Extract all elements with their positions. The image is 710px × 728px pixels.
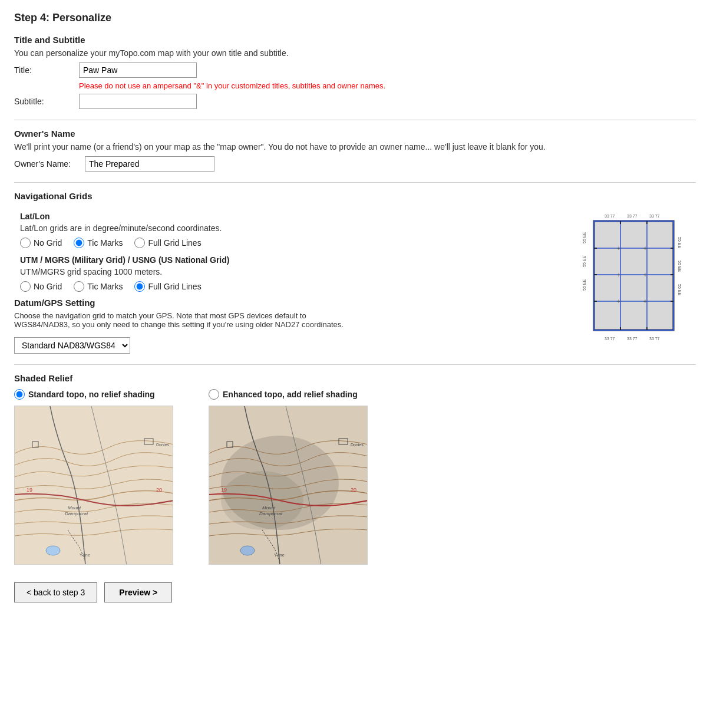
svg-text:33 77: 33 77 xyxy=(649,337,660,341)
utm-tic-marks-label: Tic Marks xyxy=(87,282,123,291)
owner-name-label: Owner's Name: xyxy=(14,159,85,169)
nav-grids-heading: Navigational Grids xyxy=(14,191,696,201)
svg-text:55 EE: 55 EE xyxy=(582,232,586,243)
svg-text:Mount: Mount xyxy=(262,505,276,510)
svg-text:Donies: Donies xyxy=(156,443,169,447)
svg-text:55 EE: 55 EE xyxy=(582,279,586,291)
latlon-tic-marks-label: Tic Marks xyxy=(87,238,123,248)
utm-full-grid-label: Full Grid Lines xyxy=(148,282,201,291)
svg-text:20: 20 xyxy=(351,487,356,493)
svg-point-47 xyxy=(221,471,303,530)
title-field-row: Title: xyxy=(14,62,696,78)
svg-text:33 77: 33 77 xyxy=(605,337,615,341)
datum-heading: Datum/GPS Setting xyxy=(14,298,560,308)
svg-text:Dampocrat: Dampocrat xyxy=(65,511,88,516)
latlon-heading: Lat/Lon xyxy=(20,212,560,221)
svg-text:Dampocrat: Dampocrat xyxy=(259,511,283,516)
svg-text:Y-tine: Y-tine xyxy=(80,553,90,557)
standard-relief-radio[interactable] xyxy=(14,389,25,400)
svg-text:55 EE: 55 EE xyxy=(678,261,682,272)
grid-preview-area: 33 77 33 77 33 77 55 EE 55 EE 55 EE 33 7… xyxy=(578,210,696,354)
grid-preview-svg: 33 77 33 77 33 77 55 EE 55 EE 55 EE 33 7… xyxy=(581,210,693,346)
svg-text:55 EE: 55 EE xyxy=(678,237,682,248)
utm-no-grid-label: No Grid xyxy=(34,282,62,291)
page-title: Step 4: Personalize xyxy=(14,12,696,24)
utm-radio-row: No Grid Tic Marks Full Grid Lines xyxy=(20,281,560,292)
svg-text:+: + xyxy=(617,272,620,278)
subtitle-field-row: Subtitle: xyxy=(14,94,696,109)
preview-button[interactable]: Preview > xyxy=(104,582,172,602)
utm-full-grid-option[interactable]: Full Grid Lines xyxy=(134,281,201,292)
svg-text:+: + xyxy=(617,245,620,252)
datum-select[interactable]: Standard NAD83/WGS84 NAD27 xyxy=(14,337,130,354)
standard-relief-text: Standard topo, no relief shading xyxy=(28,390,155,399)
shaded-relief-section: Shaded Relief Standard topo, no relief s… xyxy=(14,373,696,565)
latlon-desc: Lat/Lon grids are in degree/minute/secon… xyxy=(20,223,560,233)
title-subtitle-desc: You can personalize your myTopo.com map … xyxy=(14,48,696,58)
svg-text:20: 20 xyxy=(156,487,162,493)
owners-name-section: Owner's Name We'll print your name (or a… xyxy=(14,129,696,172)
svg-text:33 77: 33 77 xyxy=(605,214,615,218)
enhanced-relief-label[interactable]: Enhanced topo, add relief shading xyxy=(209,389,368,400)
bottom-buttons: < back to step 3 Preview > xyxy=(14,582,696,602)
back-button[interactable]: < back to step 3 xyxy=(14,582,97,602)
svg-text:Y-tine: Y-tine xyxy=(274,553,285,557)
svg-text:+: + xyxy=(643,272,647,278)
latlon-radio-row: No Grid Tic Marks Full Grid Lines xyxy=(20,238,560,248)
latlon-no-grid-radio[interactable] xyxy=(20,238,31,248)
svg-text:+: + xyxy=(617,298,620,305)
svg-text:+: + xyxy=(643,245,647,252)
utm-full-grid-radio[interactable] xyxy=(134,281,145,292)
standard-relief-label[interactable]: Standard topo, no relief shading xyxy=(14,389,173,400)
latlon-tic-marks-option[interactable]: Tic Marks xyxy=(74,238,123,248)
nav-grids-layout: Lat/Lon Lat/Lon grids are in degree/minu… xyxy=(14,205,696,354)
utm-tic-marks-option[interactable]: Tic Marks xyxy=(74,281,123,292)
svg-text:33 77: 33 77 xyxy=(627,214,638,218)
latlon-full-grid-radio[interactable] xyxy=(134,238,145,248)
datum-desc: Choose the navigation grid to match your… xyxy=(14,311,344,329)
svg-text:33 77: 33 77 xyxy=(627,337,638,341)
svg-text:19: 19 xyxy=(27,487,32,493)
navigational-grids-section: Navigational Grids Lat/Lon Lat/Lon grids… xyxy=(14,191,696,354)
enhanced-relief-radio[interactable] xyxy=(209,389,219,400)
utm-desc: UTM/MGRS grid spacing 1000 meters. xyxy=(20,267,560,276)
title-label: Title: xyxy=(14,65,79,75)
shaded-relief-heading: Shaded Relief xyxy=(14,373,696,383)
utm-heading: UTM / MGRS (Military Grid) / USNG (US Na… xyxy=(20,255,560,265)
utm-no-grid-option[interactable]: No Grid xyxy=(20,281,62,292)
svg-text:19: 19 xyxy=(221,487,227,493)
standard-topo-image: 19 20 Mount Dampocrat Donies Y-tine xyxy=(14,406,173,565)
shaded-relief-row: Standard topo, no relief shading xyxy=(14,389,696,565)
svg-text:+: + xyxy=(643,298,647,305)
svg-rect-12 xyxy=(594,221,673,330)
enhanced-topo-image: 19 20 Mount Dampocrat Donies Y-tine xyxy=(209,406,368,565)
owners-name-desc: We'll print your name (or a friend's) on… xyxy=(14,142,696,151)
title-input[interactable] xyxy=(79,62,197,78)
utm-tic-marks-radio[interactable] xyxy=(74,281,84,292)
latlon-no-grid-label: No Grid xyxy=(34,238,62,248)
ampersand-warning: Please do not use an ampersand "&" in yo… xyxy=(79,81,696,90)
svg-text:55 EE: 55 EE xyxy=(678,284,682,295)
owner-name-input[interactable] xyxy=(85,156,214,172)
svg-point-36 xyxy=(46,546,60,555)
owner-field-row: Owner's Name: xyxy=(14,156,696,172)
subtitle-input[interactable] xyxy=(79,94,197,109)
svg-point-48 xyxy=(240,546,255,555)
latlon-tic-marks-radio[interactable] xyxy=(74,238,84,248)
latlon-no-grid-option[interactable]: No Grid xyxy=(20,238,62,248)
title-subtitle-heading: Title and Subtitle xyxy=(14,35,696,45)
subtitle-label: Subtitle: xyxy=(14,97,79,106)
utm-no-grid-radio[interactable] xyxy=(20,281,31,292)
svg-text:Donies: Donies xyxy=(351,443,364,447)
latlon-full-grid-label: Full Grid Lines xyxy=(148,238,201,248)
enhanced-relief-text: Enhanced topo, add relief shading xyxy=(223,390,358,399)
standard-relief-option: Standard topo, no relief shading xyxy=(14,389,173,565)
svg-text:33 77: 33 77 xyxy=(649,214,660,218)
title-subtitle-section: Title and Subtitle You can personalize y… xyxy=(14,35,696,109)
nav-grids-left: Lat/Lon Lat/Lon grids are in degree/minu… xyxy=(14,205,560,354)
owners-name-heading: Owner's Name xyxy=(14,129,696,139)
latlon-full-grid-option[interactable]: Full Grid Lines xyxy=(134,238,201,248)
svg-text:Mount: Mount xyxy=(68,505,81,510)
enhanced-relief-option: Enhanced topo, add relief shading xyxy=(209,389,368,565)
svg-text:55 EE: 55 EE xyxy=(582,256,586,267)
